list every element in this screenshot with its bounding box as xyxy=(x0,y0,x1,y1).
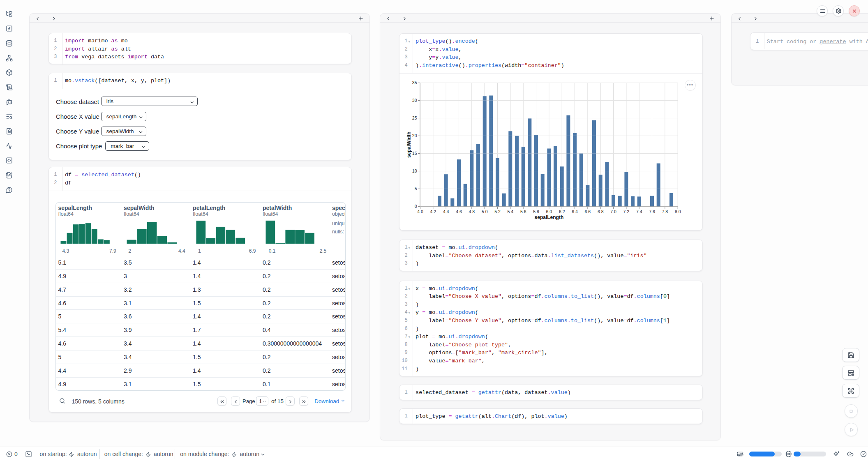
svg-text:25: 25 xyxy=(412,115,417,120)
svg-text:7.0: 7.0 xyxy=(610,209,616,214)
svg-text:0: 0 xyxy=(414,204,417,209)
svg-text:30: 30 xyxy=(412,98,417,103)
svg-text:7.6: 7.6 xyxy=(649,209,655,214)
svg-text:5.2: 5.2 xyxy=(494,209,501,214)
svg-text:4.0: 4.0 xyxy=(417,209,423,214)
svg-text:5.8: 5.8 xyxy=(533,209,539,214)
svg-text:7.4: 7.4 xyxy=(636,209,642,214)
svg-text:6.0: 6.0 xyxy=(546,209,552,214)
svg-text:4.4: 4.4 xyxy=(443,209,449,214)
svg-text:4.6: 4.6 xyxy=(456,209,462,214)
svg-text:15: 15 xyxy=(412,151,417,156)
svg-text:5.0: 5.0 xyxy=(481,209,487,214)
svg-text:35: 35 xyxy=(412,80,417,85)
svg-text:5.4: 5.4 xyxy=(507,209,513,214)
svg-text:7.8: 7.8 xyxy=(662,209,668,214)
svg-text:10: 10 xyxy=(412,168,417,173)
svg-text:7.2: 7.2 xyxy=(623,209,629,214)
svg-text:20: 20 xyxy=(412,133,417,138)
svg-text:6.8: 6.8 xyxy=(597,209,603,214)
svg-text:6.4: 6.4 xyxy=(572,209,578,214)
svg-text:6.2: 6.2 xyxy=(559,209,565,214)
svg-text:8.0: 8.0 xyxy=(674,209,681,214)
svg-text:4.2: 4.2 xyxy=(430,209,436,214)
svg-text:6.6: 6.6 xyxy=(584,209,591,214)
svg-text:sepalLength: sepalLength xyxy=(534,214,563,220)
svg-text:5: 5 xyxy=(414,186,417,191)
svg-text:5.6: 5.6 xyxy=(520,209,526,214)
svg-text:4.8: 4.8 xyxy=(469,209,475,214)
svg-text:sepalWidth: sepalWidth xyxy=(406,131,411,158)
